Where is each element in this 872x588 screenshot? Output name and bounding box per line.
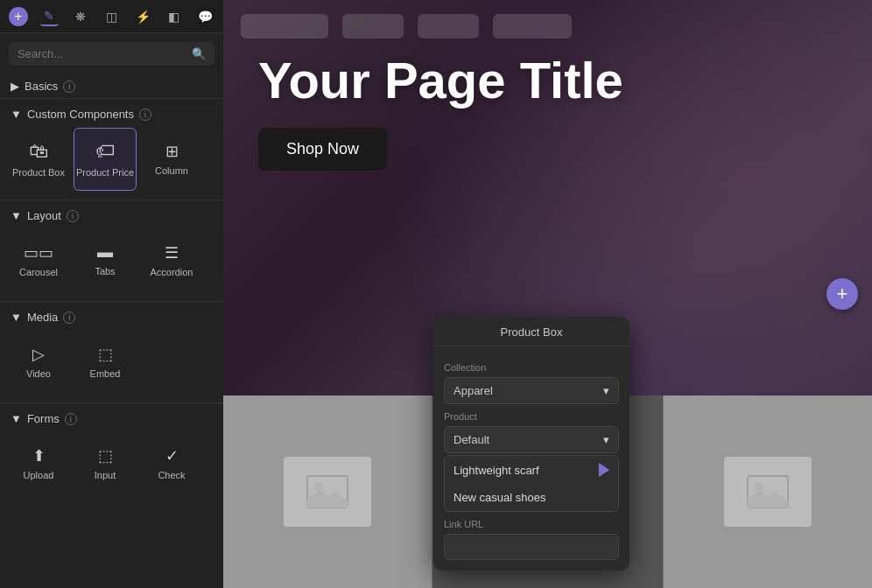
media-section-header[interactable]: ▼ Media i — [0, 304, 223, 327]
product-dropdown-arrow: ▾ — [603, 433, 609, 446]
collection-value: Apparel — [454, 384, 493, 397]
sidebar-item-embed[interactable]: ⬚ Embed — [74, 331, 137, 394]
database-icon[interactable]: ◧ — [165, 7, 184, 26]
sidebar-item-checkbox[interactable]: ✓ Check — [140, 432, 203, 495]
media-label: Media — [27, 311, 58, 324]
link-url-label: Link URL — [444, 519, 619, 529]
upload-icon: ⬆ — [32, 446, 46, 466]
layout-toggle[interactable]: ▼ — [11, 209, 22, 222]
custom-components-grid: 🛍 Product Box 🏷 Product Price ⊞ Column — [0, 124, 223, 198]
product-box-popup: Product Box Collection Apparel ▾ Product… — [433, 317, 629, 570]
tabs-label: Tabs — [95, 266, 115, 277]
basics-section-header[interactable]: ▶ Basics i — [0, 73, 223, 96]
input-icon: ⬚ — [98, 446, 113, 466]
custom-components-label: Custom Components — [27, 108, 134, 121]
add-element-button[interactable]: + — [826, 278, 858, 310]
basics-toggle[interactable]: ▶ — [11, 80, 19, 93]
basics-info-icon: i — [63, 80, 75, 93]
add-component-icon[interactable]: + — [9, 7, 28, 26]
sidebar-item-column[interactable]: ⊞ Column — [140, 128, 203, 191]
product-image-placeholder-left — [284, 457, 371, 527]
divider-basics — [0, 98, 223, 99]
column-label: Column — [155, 165, 188, 177]
product-price-icon: 🏷 — [95, 140, 115, 163]
style-icon[interactable]: ❋ — [71, 7, 90, 26]
search-input[interactable] — [18, 47, 185, 60]
layout-info-icon: i — [67, 210, 79, 222]
carousel-label: Carousel — [19, 267, 58, 278]
media-toggle[interactable]: ▼ — [11, 311, 22, 324]
hero-title: Your Page Title — [258, 52, 623, 108]
product-price-label: Product Price — [76, 167, 134, 178]
product-card-right — [664, 396, 872, 588]
svg-point-5 — [755, 482, 763, 491]
tabs-icon: ▬ — [97, 243, 113, 262]
accordion-label: Accordion — [151, 267, 193, 278]
product-select[interactable]: Default ▾ — [444, 426, 619, 453]
search-bar: 🔍 — [9, 42, 214, 66]
product-box-icon: 🛍 — [29, 140, 48, 163]
bolt-icon[interactable]: ⚡ — [133, 7, 152, 26]
sidebar-item-video[interactable]: ▷ Video — [7, 331, 70, 394]
input-label: Input — [95, 470, 116, 481]
top-icon-bar: + ✎ ❋ ◫ ⚡ ◧ 💬 — [0, 0, 223, 33]
product-box-label: Product Box — [12, 167, 65, 178]
product-option-new-casual-shoes[interactable]: New casual shoes — [445, 484, 618, 511]
forms-info-icon: i — [65, 413, 77, 425]
layers-icon[interactable]: ◫ — [102, 7, 122, 26]
layout-section-header[interactable]: ▼ Layout i — [0, 202, 223, 226]
forms-label: Forms — [27, 412, 60, 425]
media-grid: ▷ Video ⬚ Embed — [0, 327, 223, 401]
sidebar-item-upload[interactable]: ⬆ Upload — [7, 432, 70, 495]
cursor-indicator — [599, 463, 609, 477]
divider-media — [0, 402, 223, 403]
nav-link-2 — [418, 14, 479, 38]
main-canvas: Your Page Title Shop Now 🛒 — [223, 0, 872, 588]
sidebar: + ✎ ❋ ◫ ⚡ ◧ 💬 🔍 ▶ Basics i ▼ Custom Comp… — [0, 0, 223, 588]
layout-grid: ▭▭ Carousel ▬ Tabs ☰ Accordion — [0, 226, 223, 299]
sidebar-item-product-price[interactable]: 🏷 Product Price — [74, 128, 137, 191]
divider-layout — [0, 301, 223, 302]
product-label: Product — [444, 411, 619, 422]
custom-components-toggle[interactable]: ▼ — [11, 108, 22, 121]
comment-icon[interactable]: 💬 — [195, 7, 214, 26]
embed-icon: ⬚ — [98, 345, 113, 364]
sidebar-item-input[interactable]: ⬚ Input — [74, 432, 137, 495]
media-info-icon: i — [63, 312, 75, 324]
accordion-icon: ☰ — [165, 243, 179, 262]
video-icon: ▷ — [32, 345, 45, 364]
video-label: Video — [26, 368, 51, 380]
product-option-lightweight-scarf[interactable]: Lightweight scarf — [445, 456, 618, 484]
forms-toggle[interactable]: ▼ — [11, 412, 22, 425]
collection-dropdown-arrow: ▾ — [603, 384, 609, 397]
sidebar-item-product-box[interactable]: 🛍 Product Box — [7, 128, 70, 191]
sidebar-item-accordion[interactable]: ☰ Accordion — [140, 229, 203, 292]
forms-section-header[interactable]: ▼ Forms i — [0, 405, 223, 429]
custom-components-section-header[interactable]: ▼ Custom Components i — [0, 101, 223, 124]
layout-label: Layout — [27, 209, 61, 222]
popup-title: Product Box — [433, 317, 629, 346]
link-url-input[interactable] — [444, 534, 619, 560]
checkbox-label: Check — [158, 470, 185, 481]
sidebar-item-carousel[interactable]: ▭▭ Carousel — [7, 229, 70, 292]
option-label-lightweight-scarf: Lightweight scarf — [454, 464, 539, 477]
basics-label: Basics — [25, 80, 58, 93]
column-icon: ⊞ — [165, 142, 179, 161]
hero-content: Your Page Title Shop Now — [258, 52, 623, 171]
nav-logo-pill — [241, 14, 328, 38]
product-image-placeholder-right — [724, 457, 812, 527]
canvas-nav — [241, 14, 854, 38]
forms-grid: ⬆ Upload ⬚ Input ✓ Check — [0, 429, 223, 502]
collection-select[interactable]: Apparel ▾ — [444, 377, 619, 404]
popup-body: Collection Apparel ▾ Product Default ▾ L… — [433, 346, 629, 560]
svg-point-1 — [314, 482, 323, 491]
custom-components-info-icon: i — [139, 108, 151, 121]
collection-label: Collection — [444, 362, 619, 373]
product-card-left — [223, 396, 432, 588]
sidebar-item-tabs[interactable]: ▬ Tabs — [74, 229, 137, 292]
product-dropdown-options: Lightweight scarf New casual shoes — [444, 455, 619, 512]
hero-shop-now-button[interactable]: Shop Now — [258, 128, 387, 171]
upload-label: Upload — [24, 470, 54, 481]
product-select-wrap: Default ▾ — [444, 426, 619, 453]
pencil-icon[interactable]: ✎ — [40, 7, 60, 26]
